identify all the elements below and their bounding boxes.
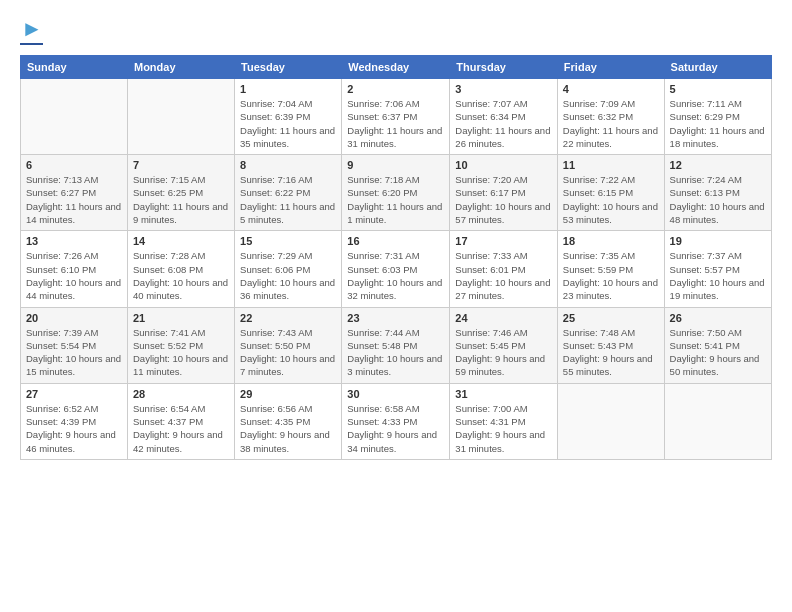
- daylight-text: Daylight: 10 hours and 19 minutes.: [670, 276, 766, 303]
- calendar-cell: 19Sunrise: 7:37 AMSunset: 5:57 PMDayligh…: [664, 231, 771, 307]
- sunset-text: Sunset: 5:48 PM: [347, 339, 444, 352]
- day-info: Sunrise: 6:58 AMSunset: 4:33 PMDaylight:…: [347, 402, 444, 455]
- daylight-text: Daylight: 9 hours and 46 minutes.: [26, 428, 122, 455]
- daylight-text: Daylight: 10 hours and 44 minutes.: [26, 276, 122, 303]
- day-info: Sunrise: 7:44 AMSunset: 5:48 PMDaylight:…: [347, 326, 444, 379]
- weekday-header-friday: Friday: [557, 56, 664, 79]
- calendar-week-row: 27Sunrise: 6:52 AMSunset: 4:39 PMDayligh…: [21, 383, 772, 459]
- daylight-text: Daylight: 11 hours and 22 minutes.: [563, 124, 659, 151]
- day-number: 2: [347, 83, 444, 95]
- calendar-cell: 11Sunrise: 7:22 AMSunset: 6:15 PMDayligh…: [557, 155, 664, 231]
- sunset-text: Sunset: 4:33 PM: [347, 415, 444, 428]
- sunset-text: Sunset: 5:52 PM: [133, 339, 229, 352]
- daylight-text: Daylight: 11 hours and 9 minutes.: [133, 200, 229, 227]
- calendar-cell: 5Sunrise: 7:11 AMSunset: 6:29 PMDaylight…: [664, 79, 771, 155]
- sunrise-text: Sunrise: 7:43 AM: [240, 326, 336, 339]
- sunrise-text: Sunrise: 7:16 AM: [240, 173, 336, 186]
- calendar-cell: 22Sunrise: 7:43 AMSunset: 5:50 PMDayligh…: [235, 307, 342, 383]
- day-info: Sunrise: 7:11 AMSunset: 6:29 PMDaylight:…: [670, 97, 766, 150]
- sunset-text: Sunset: 6:22 PM: [240, 186, 336, 199]
- day-number: 31: [455, 388, 552, 400]
- sunset-text: Sunset: 6:29 PM: [670, 110, 766, 123]
- daylight-text: Daylight: 9 hours and 38 minutes.: [240, 428, 336, 455]
- day-info: Sunrise: 7:48 AMSunset: 5:43 PMDaylight:…: [563, 326, 659, 379]
- day-number: 24: [455, 312, 552, 324]
- sunrise-text: Sunrise: 6:58 AM: [347, 402, 444, 415]
- day-number: 4: [563, 83, 659, 95]
- daylight-text: Daylight: 9 hours and 31 minutes.: [455, 428, 552, 455]
- sunrise-text: Sunrise: 6:56 AM: [240, 402, 336, 415]
- day-number: 8: [240, 159, 336, 171]
- calendar-cell: 7Sunrise: 7:15 AMSunset: 6:25 PMDaylight…: [127, 155, 234, 231]
- sunrise-text: Sunrise: 7:29 AM: [240, 249, 336, 262]
- day-info: Sunrise: 7:00 AMSunset: 4:31 PMDaylight:…: [455, 402, 552, 455]
- sunrise-text: Sunrise: 7:26 AM: [26, 249, 122, 262]
- day-number: 12: [670, 159, 766, 171]
- calendar-week-row: 1Sunrise: 7:04 AMSunset: 6:39 PMDaylight…: [21, 79, 772, 155]
- sunset-text: Sunset: 5:45 PM: [455, 339, 552, 352]
- sunset-text: Sunset: 6:08 PM: [133, 263, 229, 276]
- calendar-cell: 30Sunrise: 6:58 AMSunset: 4:33 PMDayligh…: [342, 383, 450, 459]
- sunrise-text: Sunrise: 7:48 AM: [563, 326, 659, 339]
- calendar-table: SundayMondayTuesdayWednesdayThursdayFrid…: [20, 55, 772, 460]
- sunrise-text: Sunrise: 7:33 AM: [455, 249, 552, 262]
- daylight-text: Daylight: 10 hours and 36 minutes.: [240, 276, 336, 303]
- day-info: Sunrise: 7:15 AMSunset: 6:25 PMDaylight:…: [133, 173, 229, 226]
- day-number: 6: [26, 159, 122, 171]
- day-info: Sunrise: 7:16 AMSunset: 6:22 PMDaylight:…: [240, 173, 336, 226]
- calendar-week-row: 13Sunrise: 7:26 AMSunset: 6:10 PMDayligh…: [21, 231, 772, 307]
- day-number: 9: [347, 159, 444, 171]
- calendar-cell: [21, 79, 128, 155]
- day-number: 18: [563, 235, 659, 247]
- daylight-text: Daylight: 10 hours and 15 minutes.: [26, 352, 122, 379]
- day-number: 29: [240, 388, 336, 400]
- weekday-header-sunday: Sunday: [21, 56, 128, 79]
- day-info: Sunrise: 7:24 AMSunset: 6:13 PMDaylight:…: [670, 173, 766, 226]
- weekday-header-monday: Monday: [127, 56, 234, 79]
- day-info: Sunrise: 7:39 AMSunset: 5:54 PMDaylight:…: [26, 326, 122, 379]
- day-info: Sunrise: 7:31 AMSunset: 6:03 PMDaylight:…: [347, 249, 444, 302]
- header: ►: [20, 16, 772, 45]
- day-number: 25: [563, 312, 659, 324]
- sunset-text: Sunset: 5:43 PM: [563, 339, 659, 352]
- day-info: Sunrise: 7:07 AMSunset: 6:34 PMDaylight:…: [455, 97, 552, 150]
- calendar-cell: 29Sunrise: 6:56 AMSunset: 4:35 PMDayligh…: [235, 383, 342, 459]
- calendar-cell: [127, 79, 234, 155]
- daylight-text: Daylight: 11 hours and 26 minutes.: [455, 124, 552, 151]
- sunrise-text: Sunrise: 7:20 AM: [455, 173, 552, 186]
- day-number: 28: [133, 388, 229, 400]
- sunset-text: Sunset: 4:37 PM: [133, 415, 229, 428]
- day-number: 20: [26, 312, 122, 324]
- sunrise-text: Sunrise: 7:46 AM: [455, 326, 552, 339]
- calendar-cell: 20Sunrise: 7:39 AMSunset: 5:54 PMDayligh…: [21, 307, 128, 383]
- calendar-cell: 3Sunrise: 7:07 AMSunset: 6:34 PMDaylight…: [450, 79, 558, 155]
- calendar-cell: 13Sunrise: 7:26 AMSunset: 6:10 PMDayligh…: [21, 231, 128, 307]
- day-number: 30: [347, 388, 444, 400]
- sunset-text: Sunset: 6:01 PM: [455, 263, 552, 276]
- calendar-week-row: 20Sunrise: 7:39 AMSunset: 5:54 PMDayligh…: [21, 307, 772, 383]
- calendar-cell: 6Sunrise: 7:13 AMSunset: 6:27 PMDaylight…: [21, 155, 128, 231]
- sunset-text: Sunset: 6:39 PM: [240, 110, 336, 123]
- daylight-text: Daylight: 10 hours and 7 minutes.: [240, 352, 336, 379]
- daylight-text: Daylight: 9 hours and 55 minutes.: [563, 352, 659, 379]
- day-info: Sunrise: 7:22 AMSunset: 6:15 PMDaylight:…: [563, 173, 659, 226]
- calendar-cell: 2Sunrise: 7:06 AMSunset: 6:37 PMDaylight…: [342, 79, 450, 155]
- calendar-cell: 25Sunrise: 7:48 AMSunset: 5:43 PMDayligh…: [557, 307, 664, 383]
- day-number: 27: [26, 388, 122, 400]
- day-number: 17: [455, 235, 552, 247]
- day-info: Sunrise: 7:06 AMSunset: 6:37 PMDaylight:…: [347, 97, 444, 150]
- calendar-cell: 15Sunrise: 7:29 AMSunset: 6:06 PMDayligh…: [235, 231, 342, 307]
- sunset-text: Sunset: 6:27 PM: [26, 186, 122, 199]
- calendar-header-row: SundayMondayTuesdayWednesdayThursdayFrid…: [21, 56, 772, 79]
- weekday-header-wednesday: Wednesday: [342, 56, 450, 79]
- calendar-cell: [557, 383, 664, 459]
- logo: ►: [20, 16, 43, 45]
- calendar-cell: 21Sunrise: 7:41 AMSunset: 5:52 PMDayligh…: [127, 307, 234, 383]
- sunset-text: Sunset: 6:32 PM: [563, 110, 659, 123]
- sunrise-text: Sunrise: 7:24 AM: [670, 173, 766, 186]
- day-info: Sunrise: 7:28 AMSunset: 6:08 PMDaylight:…: [133, 249, 229, 302]
- daylight-text: Daylight: 10 hours and 23 minutes.: [563, 276, 659, 303]
- sunset-text: Sunset: 4:39 PM: [26, 415, 122, 428]
- sunrise-text: Sunrise: 7:15 AM: [133, 173, 229, 186]
- day-number: 14: [133, 235, 229, 247]
